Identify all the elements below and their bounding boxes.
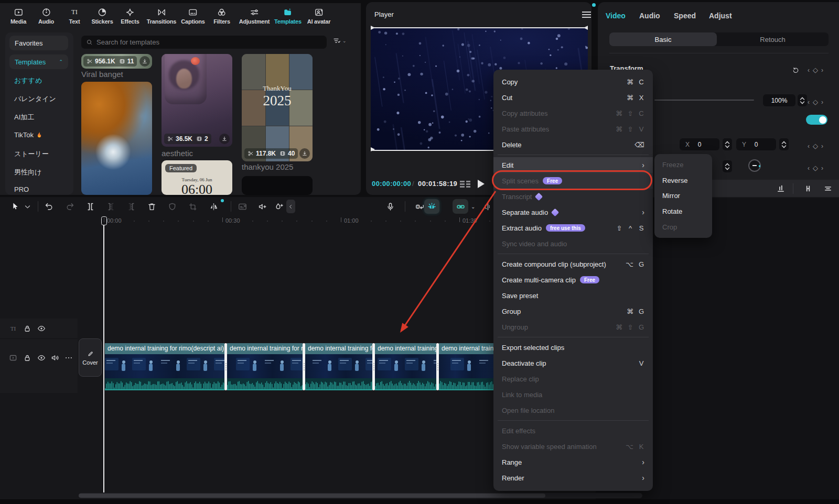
next-keyframe-icon[interactable]: › [821,98,823,106]
toolbar-item-effects[interactable]: Effects [121,7,139,25]
submenu-item-freeze[interactable]: Freeze [654,157,712,173]
stepper-control[interactable] [723,160,732,172]
filter-button[interactable]: ⌄ [332,37,347,45]
menu-item-edit-effects[interactable]: Edit effects [493,423,653,439]
menu-item-replace-clip[interactable]: Replace clip [493,371,653,387]
toolbar-item-stickers[interactable]: Stickers [91,7,113,25]
selection-handle[interactable] [371,26,375,30]
template-card-aesthetic[interactable]: 36.5K2 [162,54,232,147]
clip-settings-button[interactable] [481,200,494,213]
keyframe-nav[interactable]: ‹◇› [808,164,823,172]
toolbar-item-ai-avatar[interactable]: AI avatar [307,7,331,25]
menu-item-extract-audio[interactable]: Extract audiofree use this⇧^S [493,220,653,236]
menu-item-cut[interactable]: Cut⌘X [493,90,653,105]
template-card-viral-banget[interactable]: 956.1K11 [81,54,152,69]
collapse-toolbar-button[interactable] [286,200,295,213]
download-button[interactable] [219,134,230,144]
menu-item-save-preset[interactable]: Save preset [493,288,653,303]
menu-item-open-file-location[interactable]: Open file location [493,402,653,418]
prev-keyframe-icon[interactable]: ‹ [808,143,810,150]
submenu-item-rotate[interactable]: Rotate [654,204,712,220]
menu-item-group[interactable]: Group⌘G [493,303,653,319]
next-keyframe-icon[interactable]: › [821,67,823,74]
video-track-visibility-icon[interactable] [37,353,46,363]
undo-button[interactable] [42,200,56,213]
auto-link-button[interactable] [453,199,468,214]
next-keyframe-icon[interactable]: › [821,165,823,172]
keyframe-diamond-icon[interactable]: ◇ [813,98,818,106]
menu-item-separate-audio[interactable]: Separate audio› [493,204,653,220]
clip-trim-handle[interactable] [372,343,375,390]
menu-item-link-to-media[interactable]: Link to media [493,387,653,402]
keyframe-diamond-icon[interactable]: ◇ [813,164,818,172]
keyframe-diamond-icon[interactable]: ◇ [813,142,818,150]
record-voiceover-button[interactable] [383,200,397,213]
stepper-up-icon[interactable] [800,97,805,101]
toolbar-item-text[interactable]: TIText [69,7,80,25]
mute-button[interactable] [165,200,179,213]
template-card-dark[interactable] [242,176,313,195]
redo-button[interactable] [63,200,77,213]
stepper-control[interactable] [779,138,789,150]
menu-item-range[interactable]: Range› [493,454,653,470]
submenu-item-mirror[interactable]: Mirror [654,188,712,204]
menu-item-create-compound-clip-subproject-[interactable]: Create compound clip (subproject)⌥G [493,256,653,272]
text-track-lock-icon[interactable] [23,324,32,333]
split-button[interactable] [83,200,97,213]
toolbar-item-adjustment[interactable]: Adjustment [239,7,270,25]
toolbar-item-audio[interactable]: Audio [38,7,54,25]
menu-item-render[interactable]: Render› [493,470,653,486]
clip-trim-handle[interactable] [224,343,227,390]
stepper-up-icon[interactable] [725,163,730,167]
timeline-clip[interactable]: demo internal training for rimo(descript… [305,343,372,390]
keyframe-nav[interactable]: ‹◇› [808,66,823,74]
toolbar-item-transitions[interactable]: Transitions [147,7,176,25]
toolbar-item-media[interactable]: Media [10,7,26,25]
y-value-box[interactable]: Y0 [736,138,776,150]
sidebar-item-favorites[interactable]: Favorites [9,36,68,50]
playhead[interactable] [101,216,107,225]
selection-handle[interactable] [584,26,588,30]
add-audio-button[interactable] [255,200,269,213]
crop-button[interactable] [186,200,199,213]
menu-item-deactivate-clip[interactable]: Deactivate clipV [493,355,653,371]
video-track-icon[interactable] [8,353,18,363]
tab-video[interactable]: Video [606,12,626,20]
timeline-clip[interactable]: demo internal training for rimo(descript… [439,343,493,390]
stepper-control[interactable] [723,138,732,150]
select-tool[interactable] [8,200,21,213]
rotation-knob[interactable] [748,159,761,172]
video-track-more-icon[interactable] [64,353,73,363]
split-keep-right-button[interactable] [124,200,138,213]
tab-speed[interactable]: Speed [674,12,696,20]
stepper-up-icon[interactable] [781,141,787,145]
menu-item-create-multi-camera-clip[interactable]: Create multi-camera clipFree [493,272,653,288]
keyframe-nav[interactable]: ‹◇› [808,142,823,150]
stepper-control[interactable] [798,94,807,106]
x-value-box[interactable]: X0 [680,138,719,150]
submenu-item-crop[interactable]: Crop [654,219,712,235]
download-button[interactable] [139,56,150,67]
clip-trim-handle[interactable] [436,343,439,390]
submenu-item-reverse[interactable]: Reverse [654,173,712,189]
auto-captions-button[interactable] [235,200,249,213]
stepper-down-icon[interactable] [725,167,730,170]
align-bottom-icon[interactable] [776,184,786,193]
download-button[interactable] [299,148,310,159]
mirror-button[interactable] [207,200,220,213]
stepper-down-icon[interactable] [781,145,787,148]
prev-keyframe-icon[interactable]: ‹ [808,98,810,106]
prev-keyframe-icon[interactable]: ‹ [808,67,810,74]
magnetic-timeline-button[interactable] [424,199,439,214]
select-tool-chevron[interactable] [20,200,34,213]
toolbar-item-captions[interactable]: Captions [181,7,205,25]
text-track-icon[interactable]: TI [8,324,18,333]
menu-item-transcript[interactable]: Transcript [493,189,653,204]
template-card-featured[interactable]: FeaturedTuesday, 06 Jun06:00 [162,160,232,195]
tab-audio[interactable]: Audio [639,12,660,20]
stepper-up-icon[interactable] [725,141,730,145]
selection-handle[interactable] [371,147,375,151]
play-button[interactable] [478,180,485,188]
stepper-down-icon[interactable] [800,101,805,104]
split-keep-left-button[interactable] [104,200,117,213]
